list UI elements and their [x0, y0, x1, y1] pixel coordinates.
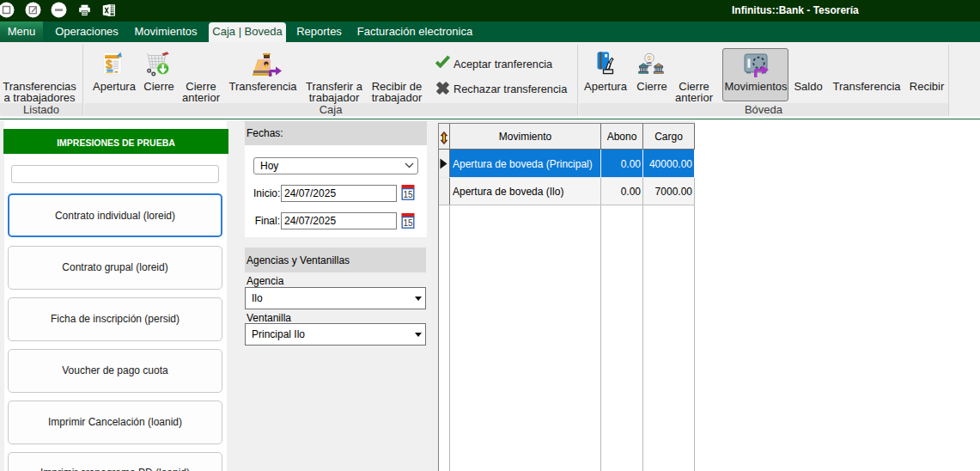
- svg-text:$: $: [648, 55, 651, 61]
- svg-text:15: 15: [403, 218, 413, 228]
- svg-text:15: 15: [403, 190, 413, 199]
